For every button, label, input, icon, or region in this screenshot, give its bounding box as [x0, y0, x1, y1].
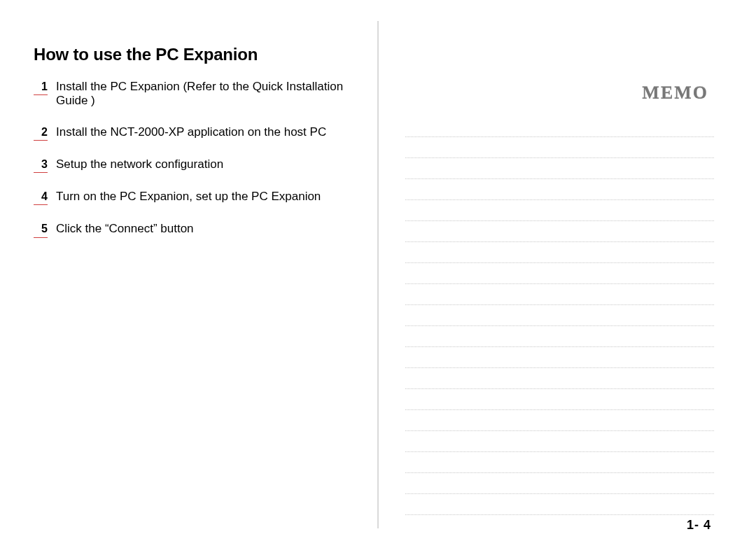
memo-line — [405, 389, 714, 410]
memo-line — [405, 347, 714, 368]
page-number: 1- 4 — [687, 518, 711, 533]
memo-lines-area — [405, 116, 714, 508]
memo-line — [405, 284, 714, 305]
memo-line — [405, 326, 714, 347]
memo-line — [405, 179, 714, 200]
memo-line — [405, 137, 714, 158]
step-item: 1 Install the PC Expanion (Refer to the … — [34, 80, 358, 108]
memo-line — [405, 263, 714, 284]
memo-line — [405, 158, 714, 179]
page-title: How to use the PC Expanion — [34, 45, 358, 64]
step-text: Setup the network configuration — [56, 157, 223, 171]
step-number: 1 — [34, 80, 48, 95]
step-number: 3 — [34, 157, 48, 173]
step-item: 3 Setup the network configuration — [34, 157, 358, 173]
memo-line — [405, 431, 714, 452]
step-number: 5 — [34, 222, 48, 237]
step-text: Click the “Connect” button — [56, 222, 194, 236]
memo-line — [405, 368, 714, 389]
step-number: 2 — [34, 125, 48, 141]
memo-line — [405, 116, 714, 137]
document-spread: How to use the PC Expanion 1 Install the… — [0, 0, 756, 555]
memo-line — [405, 410, 714, 431]
step-text: Turn on the PC Expanion, set up the PC E… — [56, 190, 321, 204]
step-item: 4 Turn on the PC Expanion, set up the PC… — [34, 190, 358, 205]
page-spread: How to use the PC Expanion 1 Install the… — [20, 14, 736, 541]
memo-heading: MEMO — [405, 83, 708, 104]
step-text: Install the NCT-2000-XP application on t… — [56, 125, 326, 139]
step-text: Install the PC Expanion (Refer to the Qu… — [56, 80, 358, 108]
step-item: 2 Install the NCT-2000-XP application on… — [34, 125, 358, 141]
memo-line — [405, 494, 714, 515]
right-page: MEMO 1- 4 — [379, 14, 736, 541]
memo-line — [405, 200, 714, 221]
memo-line — [405, 221, 714, 242]
step-number: 4 — [34, 190, 48, 205]
steps-list: 1 Install the PC Expanion (Refer to the … — [34, 80, 358, 238]
memo-line — [405, 452, 714, 473]
left-page: How to use the PC Expanion 1 Install the… — [20, 14, 377, 541]
memo-line — [405, 473, 714, 494]
memo-line — [405, 242, 714, 263]
memo-line — [405, 305, 714, 326]
step-item: 5 Click the “Connect” button — [34, 222, 358, 237]
